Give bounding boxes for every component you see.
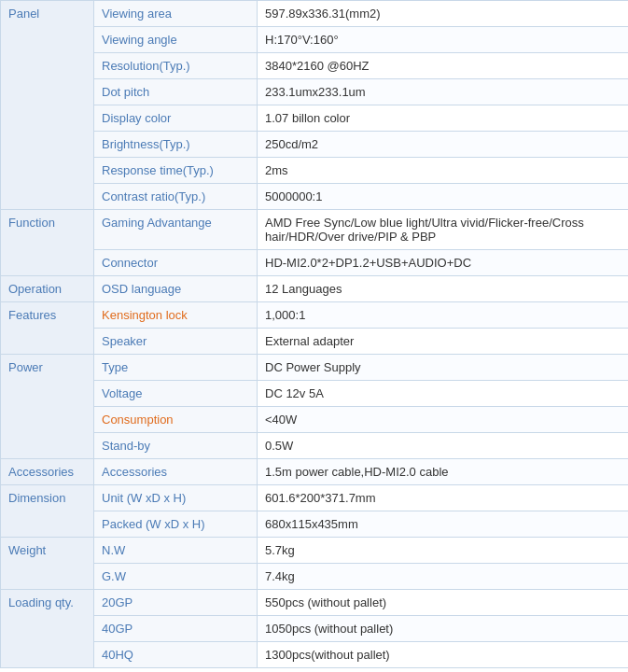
table-row: 40GP1050pcs (without pallet) xyxy=(1,616,629,642)
value-cell: 1.5m power cable,HD-MI2.0 cable xyxy=(258,459,629,485)
value-cell: 1.07 billon color xyxy=(258,105,629,132)
value-cell: <40W xyxy=(258,407,629,433)
category-cell: Weight xyxy=(1,538,94,590)
table-row: SpeakerExternal adapter xyxy=(1,329,629,355)
table-row: Dot pitch233.1umx233.1um xyxy=(1,79,629,105)
value-cell: 597.89x336.31(mm2) xyxy=(258,1,629,27)
table-row: FeaturesKensington lock1,000:1 xyxy=(1,302,629,329)
table-row: DimensionUnit (W xD x H)601.6*200*371.7m… xyxy=(1,485,629,511)
spec-cell: Speaker xyxy=(94,329,258,355)
spec-cell: Voltage xyxy=(94,381,258,407)
spec-cell: Kensington lock xyxy=(94,302,258,329)
table-row: Response time(Typ.)2ms xyxy=(1,158,629,184)
value-cell: 0.5W xyxy=(258,433,629,459)
value-cell: 601.6*200*371.7mm xyxy=(258,485,629,511)
table-row: PanelViewing area597.89x336.31(mm2) xyxy=(1,1,629,27)
table-row: 40HQ1300pcs(without pallet) xyxy=(1,642,629,668)
value-cell: 3840*2160 @60HZ xyxy=(258,53,629,79)
spec-cell: Consumption xyxy=(94,407,258,433)
value-cell: DC 12v 5A xyxy=(258,381,629,407)
value-cell: 5.7kg xyxy=(258,538,629,564)
value-cell: 12 Languages xyxy=(258,276,629,302)
spec-cell: Contrast ratio(Typ.) xyxy=(94,184,258,210)
category-cell: Function xyxy=(1,210,94,276)
table-row: VoltageDC 12v 5A xyxy=(1,381,629,407)
table-row: Resolution(Typ.)3840*2160 @60HZ xyxy=(1,53,629,79)
spec-cell: Resolution(Typ.) xyxy=(94,53,258,79)
table-row: FunctionGaming AdvantangeAMD Free Sync/L… xyxy=(1,210,629,250)
spec-cell: Brightness(Typ.) xyxy=(94,132,258,158)
category-cell: Features xyxy=(1,302,94,355)
spec-cell: 40GP xyxy=(94,616,258,642)
category-cell: Panel xyxy=(1,1,94,210)
table-row: G.W7.4kg xyxy=(1,564,629,590)
table-row: Consumption<40W xyxy=(1,407,629,433)
value-cell: 5000000:1 xyxy=(258,184,629,210)
spec-cell: G.W xyxy=(94,564,258,590)
spec-cell: Viewing angle xyxy=(94,27,258,53)
table-row: Packed (W xD x H)680x115x435mm xyxy=(1,511,629,538)
value-cell: External adapter xyxy=(258,329,629,355)
value-cell: 250cd/m2 xyxy=(258,132,629,158)
category-cell: Power xyxy=(1,355,94,459)
table-row: Viewing angleH:170°V:160° xyxy=(1,27,629,53)
table-row: WeightN.W5.7kg xyxy=(1,538,629,564)
table-row: Brightness(Typ.)250cd/m2 xyxy=(1,132,629,158)
table-row: AccessoriesAccessories1.5m power cable,H… xyxy=(1,459,629,485)
value-cell: DC Power Supply xyxy=(258,355,629,381)
value-cell: 1300pcs(without pallet) xyxy=(258,642,629,668)
spec-cell: 40HQ xyxy=(94,642,258,668)
category-cell: Accessories xyxy=(1,459,94,485)
table-row: PowerTypeDC Power Supply xyxy=(1,355,629,381)
value-cell: H:170°V:160° xyxy=(258,27,629,53)
category-cell: Operation xyxy=(1,276,94,302)
table-row: Contrast ratio(Typ.)5000000:1 xyxy=(1,184,629,210)
spec-cell: Viewing area xyxy=(94,1,258,27)
spec-cell: Gaming Advantange xyxy=(94,210,258,250)
spec-cell: N.W xyxy=(94,538,258,564)
value-cell: AMD Free Sync/Low blue light/Ultra vivid… xyxy=(258,210,629,250)
table-row: Display color1.07 billon color xyxy=(1,105,629,132)
spec-cell: Packed (W xD x H) xyxy=(94,511,258,538)
spec-cell: Unit (W xD x H) xyxy=(94,485,258,511)
spec-cell: OSD language xyxy=(94,276,258,302)
value-cell: 550pcs (without pallet) xyxy=(258,590,629,616)
spec-cell: Connector xyxy=(94,250,258,276)
value-cell: 1,000:1 xyxy=(258,302,629,329)
spec-cell: 20GP xyxy=(94,590,258,616)
spec-cell: Dot pitch xyxy=(94,79,258,105)
table-row: Stand-by0.5W xyxy=(1,433,629,459)
category-cell: Dimension xyxy=(1,485,94,538)
table-row: ConnectorHD-MI2.0*2+DP1.2+USB+AUDIO+DC xyxy=(1,250,629,276)
value-cell: 680x115x435mm xyxy=(258,511,629,538)
spec-table: PanelViewing area597.89x336.31(mm2)Viewi… xyxy=(0,0,628,668)
value-cell: HD-MI2.0*2+DP1.2+USB+AUDIO+DC xyxy=(258,250,629,276)
spec-cell: Response time(Typ.) xyxy=(94,158,258,184)
value-cell: 233.1umx233.1um xyxy=(258,79,629,105)
table-row: OperationOSD language12 Languages xyxy=(1,276,629,302)
value-cell: 1050pcs (without pallet) xyxy=(258,616,629,642)
spec-cell: Accessories xyxy=(94,459,258,485)
value-cell: 2ms xyxy=(258,158,629,184)
spec-cell: Type xyxy=(94,355,258,381)
table-row: Loading qty.20GP550pcs (without pallet) xyxy=(1,590,629,616)
value-cell: 7.4kg xyxy=(258,564,629,590)
category-cell: Loading qty. xyxy=(1,590,94,668)
spec-cell: Stand-by xyxy=(94,433,258,459)
spec-cell: Display color xyxy=(94,105,258,132)
